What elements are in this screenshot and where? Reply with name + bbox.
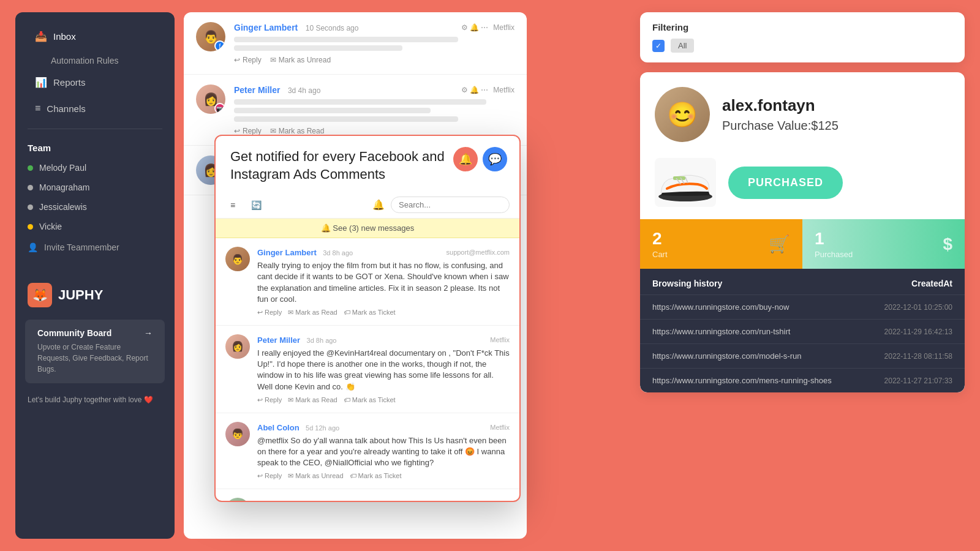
sm-sender-name: Jane Klein xyxy=(257,499,297,502)
sm-avatar-abel: 👦 xyxy=(225,422,250,446)
overlay-message-2: 👩 Peter Miller 3d 8h ago Metflix I reall… xyxy=(216,326,519,413)
dollar-icon: $ xyxy=(943,234,952,254)
sm-avatar-ginger: 👨 xyxy=(225,247,250,271)
customer-card: 😊 alex.fontayn Purchase Value:$125 xyxy=(640,72,965,392)
overlay-message-4: 👩 Jane Klein 5d 12h ago Metflix I just f… xyxy=(216,489,519,502)
filtering-title: Filtering xyxy=(652,22,952,32)
history-row-1: https://www.runningstore.com/buy-now 202… xyxy=(640,294,965,319)
history-row-2: https://www.runningstore.com/run-tshirt … xyxy=(640,319,965,343)
new-messages-bar[interactable]: 🔔 See (3) new messages xyxy=(216,219,519,238)
logo-icon: 🦊 xyxy=(28,283,52,307)
text-line xyxy=(234,45,402,51)
stat-purchased[interactable]: 1 Purchased $ xyxy=(802,219,965,269)
message-options: ⚙ 🔔 ⋯ xyxy=(461,86,489,94)
stat-purchased-label: Purchased xyxy=(815,250,853,259)
history-url[interactable]: https://www.runningstore.com/buy-now xyxy=(652,302,789,312)
sm-actions: ↩ Reply ✉ Mark as Unread 🏷 Mark as Ticke… xyxy=(257,472,510,480)
notification-icon-btn[interactable]: 🔔 xyxy=(453,147,478,171)
sidebar-team-mona[interactable]: Monagraham xyxy=(15,178,175,197)
sm-actions: ↩ Reply ✉ Mark as Read 🏷 Mark as Ticket xyxy=(257,396,510,404)
history-row-3: https://www.runningstore.com/model-s-run… xyxy=(640,343,965,368)
filter-tag-all[interactable]: All xyxy=(671,39,694,53)
sidebar-item-automation[interactable]: Automation Rules xyxy=(28,51,162,70)
sm-sender-name: Peter Miller xyxy=(257,335,300,345)
sidebar-item-channels[interactable]: ≡ Channels xyxy=(28,97,162,120)
history-url[interactable]: https://www.runningstore.com/mens-runnin… xyxy=(652,376,832,385)
stat-cart-number: 2 xyxy=(652,229,668,249)
history-date: 2022-11-27 21:07:33 xyxy=(884,377,952,385)
overlay-toolbar: ≡ 🔄 🔔 xyxy=(216,192,519,219)
sm-time: 3d 8h ago xyxy=(307,337,337,344)
stat-cart[interactable]: 2 Cart 🛒 xyxy=(640,219,802,269)
history-header: Browsing history CreatedAt xyxy=(640,269,965,294)
sidebar: 📥 Inbox Automation Rules 📊 Reports ≡ Cha… xyxy=(15,12,175,539)
sidebar-team-vickie[interactable]: Vickie xyxy=(15,217,175,236)
inbox-icon: 📥 xyxy=(35,31,47,42)
reply-button[interactable]: ↩ Reply xyxy=(234,56,262,64)
stat-purchased-number: 1 xyxy=(815,229,853,249)
sm-reply[interactable]: ↩ Reply xyxy=(257,309,282,317)
invite-icon: 👤 xyxy=(28,242,38,252)
stats-row: 2 Cart 🛒 1 Purchased $ xyxy=(640,219,965,269)
sm-source: Metflix xyxy=(490,336,510,343)
community-board[interactable]: Community Board → Upvote or Create Featu… xyxy=(25,320,165,383)
search-input[interactable] xyxy=(391,197,510,213)
sm-reply[interactable]: ↩ Reply xyxy=(257,396,282,404)
history-url[interactable]: https://www.runningstore.com/model-s-run xyxy=(652,351,801,361)
history-date: 2022-11-29 16:42:13 xyxy=(884,328,952,336)
chat-icon-btn[interactable]: 💬 xyxy=(483,147,507,171)
purchased-button[interactable]: PURCHASED xyxy=(728,167,843,199)
history-url[interactable]: https://www.runningstore.com/run-tshirt xyxy=(652,327,790,336)
message-time: 10 Seconds ago xyxy=(306,24,359,32)
message-preview xyxy=(234,37,514,51)
sm-text: Really trying to enjoy the film from but… xyxy=(257,260,510,305)
message-options: ⚙ 🔔 ⋯ xyxy=(461,23,489,32)
sender-name: Ginger Lambert xyxy=(234,23,298,32)
message-actions: ↩ Reply ✉ Mark as Read xyxy=(234,127,514,135)
mark-unread-button[interactable]: ✉ Mark as Unread xyxy=(270,56,331,64)
sm-mark-unread[interactable]: ✉ Mark as Unread xyxy=(288,472,343,480)
list-view-button[interactable]: ≡ xyxy=(225,198,240,212)
customer-name: alex.fontayn xyxy=(722,96,839,115)
message-time: 3d 4h ago xyxy=(288,86,320,95)
sm-source: Metflix xyxy=(490,500,510,502)
mark-read-button[interactable]: ✉ Mark as Read xyxy=(270,127,325,135)
reports-icon: 📊 xyxy=(35,77,47,88)
sm-mark-ticket[interactable]: 🏷 Mark as Ticket xyxy=(344,396,396,404)
sm-sender-name: Abel Colon xyxy=(257,423,300,432)
browsing-history: Browsing history CreatedAt https://www.r… xyxy=(640,269,965,392)
product-section: PURCHASED xyxy=(640,152,965,219)
sidebar-team-melody[interactable]: Melody Paul xyxy=(15,158,175,178)
sidebar-item-reports[interactable]: 📊 Reports xyxy=(28,70,162,94)
browsing-history-title: Browsing history xyxy=(652,279,722,288)
invite-teammate-button[interactable]: 👤 Invite Teammember xyxy=(15,236,175,258)
shoe-svg xyxy=(655,161,716,204)
filtering-options: ✓ All xyxy=(652,39,952,53)
sm-source: Metflix xyxy=(490,424,510,431)
sm-source: support@metflix.com xyxy=(447,249,510,256)
customer-details: alex.fontayn Purchase Value:$125 xyxy=(722,96,839,133)
sidebar-team-jessica[interactable]: Jessicalewis xyxy=(15,197,175,217)
customer-avatar: 😊 xyxy=(655,87,710,142)
community-love: Let's build Juphy together with love ❤️ xyxy=(15,389,175,410)
customer-purchase-value: Purchase Value:$125 xyxy=(722,119,839,133)
sidebar-divider xyxy=(28,129,162,129)
overlay-action-icons: 🔔 💬 xyxy=(453,147,507,171)
offline-dot xyxy=(28,185,33,190)
sm-mark-ticket[interactable]: 🏷 Mark as Ticket xyxy=(344,309,396,317)
sm-mark-read[interactable]: ✉ Mark as Read xyxy=(288,396,337,404)
sm-time: 3d 8h ago xyxy=(323,249,353,257)
sidebar-item-inbox[interactable]: 📥 Inbox xyxy=(28,24,162,48)
overlay-message-3: 👦 Abel Colon 5d 12h ago Metflix @metflix… xyxy=(216,413,519,490)
logo: 🦊 JUPHY xyxy=(15,271,175,313)
filter-checkbox[interactable]: ✓ xyxy=(652,40,665,52)
sm-reply[interactable]: ↩ Reply xyxy=(257,472,282,480)
svg-rect-1 xyxy=(673,176,685,180)
sm-avatar-peter: 👩 xyxy=(225,334,250,359)
bell-icon: 🔔 xyxy=(372,199,385,211)
reply-button[interactable]: ↩ Reply xyxy=(234,127,262,135)
refresh-button[interactable]: 🔄 xyxy=(246,198,266,212)
sm-mark-read[interactable]: ✉ Mark as Read xyxy=(288,309,337,317)
sm-time: 5d 12h ago xyxy=(306,424,339,432)
sm-mark-ticket[interactable]: 🏷 Mark as Ticket xyxy=(350,472,402,480)
